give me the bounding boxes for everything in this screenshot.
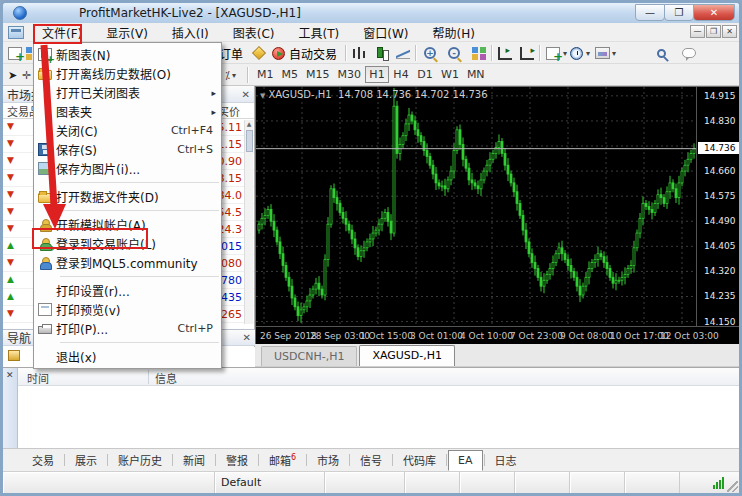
market-watch-close-icon[interactable]: ✕ — [242, 89, 250, 100]
file-menu-item[interactable]: 保存(S)Ctrl+S — [34, 140, 221, 159]
navigator-close-icon[interactable]: ✕ — [243, 332, 251, 343]
status-cell — [325, 472, 405, 494]
menu-item-6[interactable]: 帮助(H) — [420, 22, 486, 43]
menu-item-label: 保存为图片(i)... — [56, 160, 140, 177]
bar-chart-button[interactable] — [351, 44, 367, 62]
timeframe-m1-button[interactable]: M1 — [253, 66, 278, 83]
file-menu-item[interactable]: ➜登录到交易账户(L) — [34, 234, 221, 253]
zoom-in-button[interactable]: + — [423, 44, 437, 62]
candlestick-button[interactable] — [373, 44, 389, 62]
new-chart-button[interactable] — [7, 44, 23, 62]
templates-button[interactable]: ▾ — [595, 44, 616, 62]
file-menu-item[interactable]: 打印(P)...Ctrl+P — [34, 319, 221, 338]
profile-cell[interactable]: Default — [215, 472, 325, 494]
terminal-tab-1[interactable]: 交易 — [23, 449, 63, 471]
menu-item-shortcut: Ctrl+S — [177, 143, 213, 156]
file-menu-item[interactable]: 打开离线历史数据(O) — [34, 64, 221, 83]
terminal-tab-4[interactable]: 新闻 — [174, 449, 214, 471]
wallet-button[interactable] — [251, 44, 267, 62]
menu-item-3[interactable]: 图表(C) — [221, 22, 287, 43]
file-menu-item[interactable]: 打开已关闭图表▸ — [34, 83, 221, 102]
timeframe-mn-button[interactable]: MN — [463, 66, 489, 83]
file-menu-item[interactable]: 保存为图片(i)... — [34, 159, 221, 178]
person-mql-icon — [34, 256, 56, 270]
resize-grip[interactable] — [727, 481, 738, 492]
time-column-header[interactable]: 时间 — [27, 370, 49, 386]
status-cell — [405, 472, 460, 494]
shift-end-button[interactable] — [497, 44, 513, 62]
file-menu-item[interactable]: 退出(x) — [34, 347, 221, 366]
timeframe-m30-button[interactable]: M30 — [334, 66, 366, 83]
menu-item-2[interactable]: 插入(I) — [160, 22, 221, 43]
scrollbar-thumb[interactable] — [246, 130, 253, 152]
timeframe-m15-button[interactable]: M15 — [302, 66, 334, 83]
terminal-tab-9[interactable]: 代码库 — [394, 449, 445, 471]
minimize-button[interactable]: — — [635, 4, 665, 21]
chart-window-icon[interactable] — [8, 26, 24, 39]
file-menu-item[interactable]: 关闭(C)Ctrl+F4 — [34, 121, 221, 140]
tile-windows-button[interactable] — [471, 44, 487, 62]
zoom-out-button[interactable]: - — [447, 44, 461, 62]
timeframe-d1-button[interactable]: D1 — [413, 66, 437, 83]
timeframe-h1-button[interactable]: H1 — [365, 66, 389, 83]
terminal-tab-3[interactable]: 账户历史 — [109, 449, 171, 471]
autotrading-icon — [272, 47, 285, 60]
terminal-column-header[interactable]: 时间 信息 — [18, 368, 739, 386]
date-axis-label: 1 Oct 15:00 — [360, 331, 413, 341]
down-arrow-icon: ▼ — [7, 206, 14, 216]
menu-item-0[interactable]: 文件(F) — [30, 22, 94, 43]
menu-item-label: 图表夹 — [56, 103, 92, 120]
date-axis[interactable]: 26 Sep 201828 Sep 03:001 Oct 15:003 Oct … — [256, 326, 741, 345]
periods-button[interactable]: ▾ — [569, 44, 590, 62]
file-menu-item[interactable]: 开新模拟帐户(A) — [34, 215, 221, 234]
market-watch-scrollbar[interactable]: ▲ — [244, 120, 253, 324]
date-axis-label: 7 Oct 23:00 — [510, 331, 563, 341]
crosshair-button[interactable]: ✛ — [22, 66, 31, 84]
chart-tab-usdcnh[interactable]: USDCNH-,H1 — [261, 346, 357, 366]
terminal-tab-6[interactable]: 邮箱6 — [260, 449, 305, 471]
terminal-tab-8[interactable]: 信号 — [351, 449, 391, 471]
terminal-close-icon[interactable]: ✕ — [6, 370, 14, 380]
timeframe-w1-button[interactable]: W1 — [437, 66, 463, 83]
tab-separator — [446, 454, 447, 466]
menu-item-4[interactable]: 工具(T) — [287, 22, 352, 43]
autotrading-button[interactable]: 自动交易 — [271, 44, 337, 62]
file-menu-item[interactable]: 图表夹▸ — [34, 102, 221, 121]
indicators-button[interactable]: ▾ — [545, 44, 567, 62]
chart-restore-button[interactable]: ❐ — [706, 25, 721, 38]
terminal-tab-11[interactable]: 日志 — [486, 449, 526, 471]
file-menu-item[interactable]: 打开数据文件夹(D) — [34, 187, 221, 206]
message-column-header[interactable]: 信息 — [155, 370, 177, 386]
terminal-tab-10[interactable]: EA — [448, 450, 482, 471]
menu-item-5[interactable]: 窗口(W) — [351, 22, 420, 43]
price-axis[interactable]: 14.736 14.91514.83014.66014.57514.49014.… — [696, 87, 741, 326]
auto-scroll-button[interactable] — [519, 44, 535, 62]
file-menu-item[interactable]: 打印预览(v) — [34, 300, 221, 319]
title-bar[interactable]: ProfitMarketHK-Live2 - [XAGUSD-,H1] — ❐ … — [3, 3, 739, 23]
search-button[interactable] — [655, 44, 668, 62]
window-title: ProfitMarketHK-Live2 - [XAGUSD-,H1] — [79, 6, 301, 20]
file-menu-item[interactable]: 打印设置(r)... — [34, 281, 221, 300]
chat-button[interactable] — [681, 44, 697, 62]
price-axis-label: 14.575 — [704, 191, 736, 201]
cursor-button[interactable]: ➤ — [8, 66, 17, 84]
chart-close-button[interactable]: ✕ — [722, 25, 737, 38]
timeframe-m5-button[interactable]: M5 — [278, 66, 303, 83]
chart-tab-xagusd[interactable]: XAGUSD-,H1 — [359, 345, 455, 366]
line-chart-button[interactable] — [395, 44, 411, 62]
crosshair-icon: ✛ — [22, 69, 31, 82]
terminal-tab-7[interactable]: 市场 — [308, 449, 348, 471]
price-axis-label: 14.915 — [704, 91, 736, 101]
terminal-tab-5[interactable]: 警报 — [217, 449, 257, 471]
file-menu-item[interactable]: 新图表(N) — [34, 45, 221, 64]
maximize-button[interactable]: ❐ — [664, 4, 694, 21]
line-studies-button[interactable]: ⁒▾ — [225, 66, 236, 84]
close-button[interactable]: ✕ — [693, 4, 735, 21]
file-menu-item[interactable]: 登录到MQL5.community — [34, 253, 221, 272]
connection-status-icon — [713, 477, 725, 489]
terminal-tab-2[interactable]: 展示 — [66, 449, 106, 471]
chart-minimize-button[interactable]: — — [690, 25, 705, 38]
menu-item-1[interactable]: 显示(V) — [94, 22, 160, 43]
price-chart[interactable]: ▼XAGUSD-,H1 14.708 14.736 14.702 14.736 — [256, 87, 696, 326]
timeframe-h4-button[interactable]: H4 — [389, 66, 413, 83]
